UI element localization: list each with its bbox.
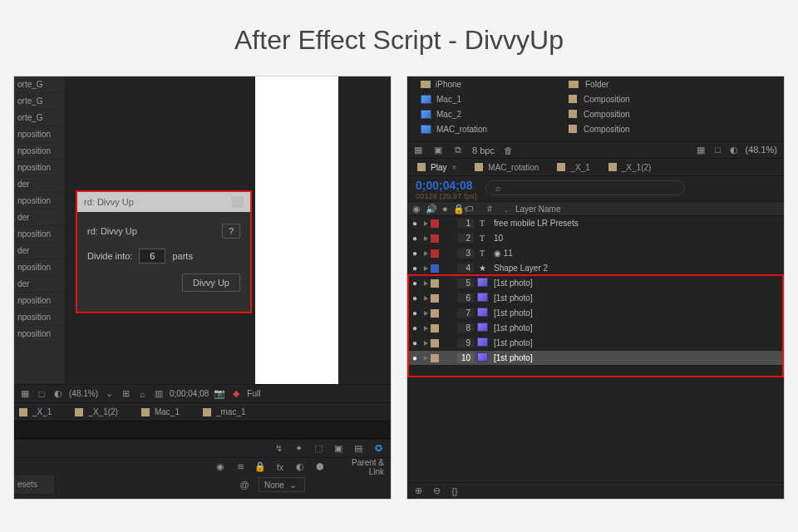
presets-tab[interactable]: esets bbox=[14, 475, 56, 494]
layer-row[interactable]: ●7[1st photo] bbox=[407, 306, 784, 321]
interpret-icon[interactable]: ▦ bbox=[412, 145, 424, 156]
resolution-label[interactable]: Full bbox=[247, 389, 260, 398]
color-mgmt-icon[interactable]: ◆ bbox=[230, 388, 242, 400]
layer-row[interactable]: ●9[1st photo] bbox=[407, 336, 784, 351]
project-item[interactable]: nposition bbox=[14, 226, 65, 243]
visibility-toggle[interactable]: ● bbox=[407, 219, 422, 228]
visibility-toggle[interactable]: ● bbox=[407, 249, 422, 258]
twirl-icon[interactable] bbox=[424, 356, 428, 361]
screen-icon[interactable]: □ bbox=[36, 388, 47, 400]
toggle-switches-icon[interactable]: ⊕ bbox=[412, 485, 424, 497]
transparency-icon[interactable]: ▥ bbox=[153, 388, 165, 400]
3d-icon[interactable]: ⬢ bbox=[314, 461, 326, 473]
twirl-icon[interactable] bbox=[424, 326, 428, 331]
help-button[interactable]: ? bbox=[222, 224, 240, 239]
color-label[interactable] bbox=[431, 249, 439, 258]
mask-icon[interactable]: ◐ bbox=[728, 144, 740, 155]
layer-row[interactable]: ●4★Shape Layer 2 bbox=[407, 261, 784, 276]
audio-header-icon[interactable]: 🔊 bbox=[426, 203, 437, 214]
project-item[interactable]: orte_G bbox=[14, 93, 65, 110]
composition-tab[interactable]: _mac_1 bbox=[203, 407, 246, 416]
bpc-label[interactable]: 8 bpc bbox=[472, 145, 495, 155]
fx-icon[interactable]: fx bbox=[274, 461, 286, 473]
layer-name[interactable]: 10 bbox=[490, 234, 784, 243]
cube-icon[interactable]: ⬚ bbox=[313, 443, 324, 455]
project-item[interactable]: nposition bbox=[14, 326, 65, 342]
divide-input[interactable]: 6 bbox=[139, 249, 165, 264]
twirl-icon[interactable] bbox=[424, 341, 428, 346]
project-item[interactable]: nposition bbox=[14, 126, 65, 143]
ratio-icon[interactable]: ⊞ bbox=[120, 388, 131, 400]
twirl-icon[interactable] bbox=[424, 296, 428, 301]
layer-name[interactable]: Shape Layer 2 bbox=[490, 264, 784, 273]
layer-row[interactable]: ●3T◉ 11 bbox=[407, 246, 784, 261]
lock-icon[interactable]: 🔒 bbox=[254, 461, 266, 473]
twirl-icon[interactable] bbox=[424, 251, 428, 256]
project-item[interactable]: der bbox=[14, 176, 65, 193]
composition-tab[interactable]: Mac_1 bbox=[141, 407, 180, 416]
close-icon[interactable]: × bbox=[451, 163, 456, 172]
color-label[interactable] bbox=[431, 309, 439, 318]
layer-row[interactable]: ●6[1st photo] bbox=[407, 291, 784, 306]
layer-row[interactable]: ●8[1st photo] bbox=[407, 321, 784, 336]
mask-icon[interactable]: ◐ bbox=[52, 388, 64, 400]
eye-header-icon[interactable]: ◉ bbox=[412, 203, 421, 214]
new-folder-icon[interactable]: ▣ bbox=[432, 145, 444, 156]
graph-icon[interactable]: ↯ bbox=[273, 443, 284, 455]
motionblur-icon[interactable]: ≋ bbox=[234, 461, 246, 473]
layer-row[interactable]: ●2T10 bbox=[407, 231, 784, 246]
screen-icon[interactable]: □ bbox=[712, 144, 723, 155]
color-label[interactable] bbox=[431, 234, 439, 243]
close-icon[interactable] bbox=[232, 196, 244, 208]
timeline-search-input[interactable]: ⌕ bbox=[485, 180, 685, 195]
visibility-toggle[interactable]: ● bbox=[407, 308, 422, 318]
color-label[interactable] bbox=[431, 339, 439, 347]
layer-name[interactable]: ◉ 11 bbox=[490, 249, 784, 258]
color-label[interactable] bbox=[431, 354, 439, 362]
time-slider[interactable] bbox=[14, 421, 391, 439]
grid-icon[interactable]: ▦ bbox=[19, 388, 31, 400]
dialog-titlebar[interactable]: rd: Divvy Up bbox=[77, 192, 250, 212]
twirl-icon[interactable] bbox=[424, 311, 428, 316]
trash-icon[interactable]: 🗑 bbox=[503, 145, 515, 156]
timeline-tab[interactable]: _X_1 bbox=[557, 163, 589, 172]
color-label[interactable] bbox=[431, 294, 439, 303]
snap-icon[interactable]: ✦ bbox=[293, 443, 304, 455]
visibility-toggle[interactable]: ● bbox=[407, 264, 422, 273]
visibility-toggle[interactable]: ● bbox=[407, 338, 422, 347]
layer-name[interactable]: [1st photo] bbox=[490, 293, 784, 303]
project-item[interactable]: nposition bbox=[14, 309, 65, 326]
visibility-toggle[interactable]: ● bbox=[407, 293, 422, 303]
layer-name[interactable]: free mobile LR Presets bbox=[490, 219, 784, 228]
project-item[interactable]: nposition bbox=[14, 193, 65, 209]
current-timecode[interactable]: 0;00;04;08 bbox=[416, 179, 477, 192]
grid-icon[interactable]: ▦ bbox=[695, 144, 707, 155]
region-icon[interactable]: ⌕ bbox=[136, 388, 148, 400]
color-label[interactable] bbox=[431, 324, 439, 332]
project-item[interactable]: Mac_2Composition bbox=[407, 106, 784, 121]
project-item[interactable]: der bbox=[14, 209, 65, 226]
project-item[interactable]: der bbox=[14, 243, 65, 259]
tag-header-icon[interactable]: 🏷 bbox=[462, 203, 474, 214]
eye-icon[interactable]: ◉ bbox=[214, 461, 226, 473]
layer-name[interactable]: [1st photo] bbox=[490, 338, 784, 347]
project-item[interactable]: orte_G bbox=[14, 110, 65, 126]
layer-name[interactable]: [1st photo] bbox=[490, 308, 784, 318]
layer-name[interactable]: [1st photo] bbox=[490, 353, 784, 362]
project-item[interactable]: Mac_1Composition bbox=[407, 91, 784, 106]
project-item[interactable]: nposition bbox=[14, 293, 65, 309]
color-label[interactable] bbox=[431, 279, 439, 288]
timeline-tab[interactable]: MAC_rotation bbox=[475, 163, 539, 172]
solo-header-icon[interactable]: ● bbox=[442, 203, 448, 214]
layer-row[interactable]: ●5[1st photo] bbox=[407, 276, 784, 291]
zoom-value[interactable]: (48.1%) bbox=[745, 145, 777, 155]
layer-name[interactable]: [1st photo] bbox=[490, 278, 784, 288]
composition-tab[interactable]: _X_1 bbox=[19, 407, 52, 416]
visibility-toggle[interactable]: ● bbox=[407, 353, 422, 362]
project-item[interactable]: MAC_rotationComposition bbox=[407, 121, 784, 136]
visibility-toggle[interactable]: ● bbox=[407, 278, 422, 288]
shy-icon[interactable]: ✪ bbox=[372, 443, 384, 455]
project-item[interactable]: nposition bbox=[14, 160, 65, 176]
project-item[interactable]: der bbox=[14, 276, 65, 293]
brackets-icon[interactable]: {} bbox=[449, 485, 461, 497]
